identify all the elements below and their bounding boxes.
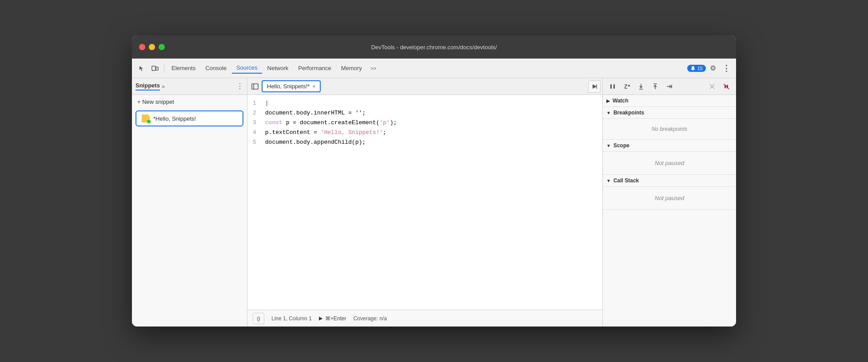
call-stack-not-paused-label: Not paused: [608, 190, 731, 206]
watch-arrow-icon: ▶: [606, 98, 610, 103]
cursor-position: Line 1, Column 1: [271, 315, 312, 322]
watch-section-header[interactable]: ▶ Watch: [603, 95, 736, 107]
svg-rect-0: [152, 66, 155, 71]
call-stack-section-header[interactable]: ▼ Call Stack: [603, 175, 736, 187]
minimize-button[interactable]: [149, 44, 155, 50]
maximize-button[interactable]: [159, 44, 165, 50]
more-tabs-icon[interactable]: >>: [367, 62, 380, 75]
tab-console[interactable]: Console: [201, 63, 231, 73]
svg-marker-4: [593, 84, 597, 89]
step-out-button[interactable]: [649, 80, 661, 93]
code-line-4: p.textContent = 'Hello, Snippets!';: [265, 128, 599, 138]
badge-count: 15: [697, 66, 703, 71]
svg-line-19: [724, 84, 729, 89]
editor-panel: Hello, Snippets!* × 1 2 3 4 5: [247, 78, 603, 327]
format-button[interactable]: {}: [253, 313, 264, 324]
run-shortcut: ⌘+Enter: [325, 315, 346, 322]
code-line-1: |: [265, 98, 599, 108]
new-snippet-button[interactable]: + New snippet: [132, 95, 247, 109]
code-line-2: document.body.innerHTML = '';: [265, 108, 599, 118]
snippet-active-dot: [147, 120, 151, 123]
scope-arrow-icon: ▼: [606, 143, 611, 148]
tab-memory[interactable]: Memory: [337, 63, 366, 73]
main-toolbar: Elements Console Sources Network Perform…: [132, 59, 736, 78]
editor-tab-hello-snippets[interactable]: Hello, Snippets!* ×: [262, 80, 321, 92]
notifications-badge[interactable]: 15: [687, 65, 706, 72]
editor-tab-name: Hello, Snippets!*: [267, 83, 310, 90]
settings-icon[interactable]: ⚙: [707, 62, 719, 75]
scope-section-header[interactable]: ▼ Scope: [603, 140, 736, 152]
pause-button[interactable]: [606, 80, 619, 93]
step-into-button[interactable]: [635, 80, 647, 93]
run-icon: ▶: [319, 315, 323, 321]
devtools-window: DevTools - developer.chrome.com/docs/dev…: [132, 35, 736, 327]
scope-not-paused-label: Not paused: [608, 155, 731, 171]
line-numbers: 1 2 3 4 5: [247, 98, 262, 306]
status-bar: {} Line 1, Column 1 ▶ ⌘+Enter Coverage: …: [247, 310, 602, 327]
tab-performance[interactable]: Performance: [294, 63, 335, 73]
call-stack-title: Call Stack: [613, 177, 639, 184]
watch-title: Watch: [613, 98, 629, 104]
debugger-panel: ▶ Watch ▼ Breakpoints No breakpoints ▼ S…: [603, 78, 736, 327]
svg-rect-7: [613, 84, 615, 89]
breakpoints-content: No breakpoints: [603, 119, 736, 140]
call-stack-content: Not paused: [603, 187, 736, 210]
code-editor[interactable]: 1 2 3 4 5 | document.body.innerHTML = ''…: [247, 95, 602, 310]
tab-elements[interactable]: Elements: [167, 63, 200, 73]
scope-content: Not paused: [603, 152, 736, 175]
window-title: DevTools - developer.chrome.com/docs/dev…: [371, 44, 497, 51]
snippets-panel-header: Snippets » ⋮: [132, 78, 247, 95]
run-snippet-button[interactable]: [588, 80, 601, 93]
editor-tabs-bar: Hello, Snippets!* ×: [247, 78, 602, 95]
call-stack-arrow-icon: ▼: [606, 178, 611, 183]
pause-on-exceptions-button[interactable]: [720, 80, 733, 93]
more-options-icon[interactable]: ⋮: [720, 62, 733, 75]
debugger-toolbar: [603, 78, 736, 95]
svg-rect-1: [156, 67, 158, 70]
editor-tab-close-icon[interactable]: ×: [312, 83, 315, 90]
breakpoints-section-header[interactable]: ▼ Breakpoints: [603, 107, 736, 119]
main-content: Snippets » ⋮ + New snippet *Hello, Snipp…: [132, 78, 736, 327]
tab-sources[interactable]: Sources: [232, 63, 262, 74]
deactivate-breakpoints-button[interactable]: [706, 80, 718, 93]
sidebar-toggle-icon[interactable]: [249, 81, 261, 92]
no-breakpoints-label: No breakpoints: [608, 122, 731, 136]
traffic-lights: [139, 44, 165, 50]
snippets-title: Snippets: [135, 82, 160, 90]
step-button[interactable]: [663, 80, 676, 93]
coverage-label: Coverage: n/a: [353, 315, 386, 322]
toolbar-divider-1: [164, 64, 164, 73]
svg-rect-6: [610, 84, 612, 89]
snippets-panel: Snippets » ⋮ + New snippet *Hello, Snipp…: [132, 78, 247, 327]
run-status[interactable]: ▶ ⌘+Enter: [319, 315, 346, 322]
breakpoints-title: Breakpoints: [613, 110, 644, 116]
snippets-more-icon[interactable]: »: [162, 83, 165, 90]
step-over-button[interactable]: [621, 80, 633, 93]
tab-network[interactable]: Network: [263, 63, 293, 73]
snippet-item-hello[interactable]: *Hello, Snippets!: [135, 110, 243, 126]
code-line-5: document.body.appendChild(p);: [265, 138, 599, 147]
scope-title: Scope: [613, 142, 629, 149]
new-snippet-label: + New snippet: [137, 98, 174, 105]
close-button[interactable]: [139, 44, 145, 50]
snippet-name: *Hello, Snippets!: [153, 115, 196, 122]
breakpoints-arrow-icon: ▼: [606, 110, 611, 115]
cursor-icon[interactable]: [135, 62, 148, 75]
code-line-3: const p = document.createElement('p');: [265, 118, 599, 128]
titlebar: DevTools - developer.chrome.com/docs/dev…: [132, 35, 736, 59]
device-toolbar-icon[interactable]: [149, 62, 161, 75]
code-content[interactable]: | document.body.innerHTML = ''; const p …: [262, 98, 602, 306]
snippets-menu-icon[interactable]: ⋮: [236, 82, 243, 90]
svg-rect-2: [252, 84, 258, 89]
